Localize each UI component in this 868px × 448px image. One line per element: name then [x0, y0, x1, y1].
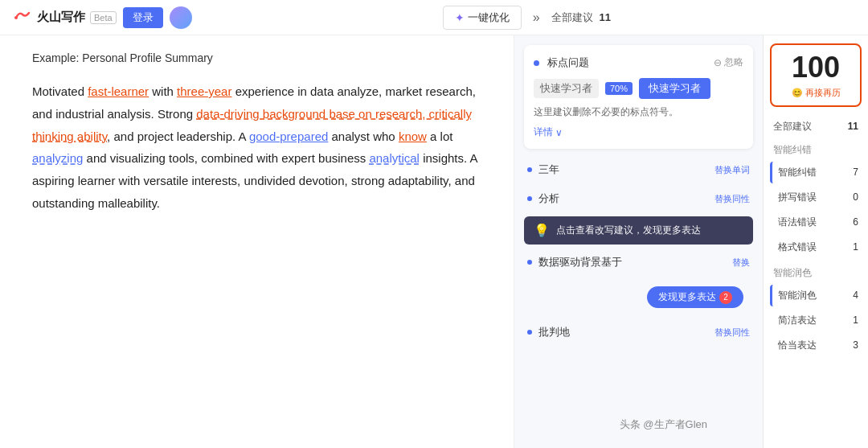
text-good-prepared: good-prepared — [249, 129, 328, 143]
card-type: 标点问题 — [547, 56, 589, 68]
text-analytical: analytical — [369, 151, 420, 165]
card-type-area: 标点问题 — [534, 55, 589, 70]
right-item-smart-polish[interactable]: 智能润色 4 — [770, 285, 862, 306]
optimize-button[interactable]: ✦ 一键优化 — [443, 6, 522, 30]
discover-label: 发现更多表达 — [658, 290, 716, 304]
more-button[interactable]: » — [528, 7, 545, 28]
item-text: 分析 — [538, 191, 708, 206]
right-item-label: 恰当表达 — [778, 339, 817, 352]
score-emoji-icon: 😊 — [792, 88, 803, 98]
right-item-concise[interactable]: 简洁表达 1 — [770, 310, 862, 331]
beta-badge: Beta — [90, 11, 117, 24]
right-item-grammar[interactable]: 语法错误 6 — [770, 212, 862, 233]
right-item-label: 格式错误 — [778, 240, 817, 254]
suggestion-desc: 这里建议删除不必要的标点符号。 — [534, 105, 743, 119]
all-suggestions-count: 11 — [848, 121, 858, 132]
score-sub-label: 再接再历 — [805, 87, 841, 99]
text-fast-learner: fast-learner — [88, 84, 149, 98]
topbar-center: ✦ 一键优化 » 全部建议 11 — [199, 6, 855, 30]
right-item-count: 3 — [853, 339, 858, 351]
score-panel: 100 😊 再接再历 全部建议 11 智能纠错 智能纠错 7 拼写错误 0 语法… — [764, 35, 868, 448]
item-text: 数据驱动背景基于 — [538, 255, 726, 269]
section-title-error: 智能纠错 — [770, 138, 862, 158]
avatar-button[interactable] — [170, 6, 192, 29]
logo-text: 火山写作 — [37, 10, 85, 25]
item-dot — [527, 196, 532, 201]
original-word: 快速学习者 — [534, 79, 599, 98]
section-title-polish: 智能润色 — [770, 261, 862, 282]
item-tag[interactable]: 替换同性 — [714, 193, 750, 205]
text-analyst: analyst who — [328, 129, 399, 143]
watermark: 头条 @生产者Glen — [620, 417, 707, 432]
card-header: 标点问题 ⊖ 忽略 — [534, 55, 743, 70]
text-and: , and project leadership. A — [107, 129, 249, 143]
discover-badge: 2 — [719, 291, 732, 304]
item-dot — [527, 167, 532, 172]
logo-icon — [13, 8, 32, 27]
ignore-label: 忽略 — [724, 55, 743, 69]
item-dot — [527, 260, 532, 265]
list-item[interactable]: 批判地 替换同性 — [514, 318, 763, 347]
doc-content[interactable]: Motivated fast-learner with three-year e… — [32, 80, 489, 215]
all-suggestions-label: 全部建议 — [773, 120, 812, 134]
tooltip-popup: 💡 点击查看改写建议，发现更多表达 — [524, 216, 753, 245]
optimize-label: 一键优化 — [468, 10, 510, 25]
right-item-format[interactable]: 格式错误 1 — [770, 236, 862, 258]
ignore-button[interactable]: ⊖ 忽略 — [714, 55, 743, 69]
suggestions-count: 11 — [600, 11, 611, 23]
right-item-appropriate[interactable]: 恰当表达 3 — [770, 335, 862, 356]
discover-button[interactable]: 发现更多表达 2 — [647, 286, 743, 308]
doc-title: Example: Personal Profile Summary — [32, 51, 489, 64]
right-item-count: 6 — [853, 216, 858, 228]
item-dot — [527, 330, 532, 335]
right-item-label: 简洁表达 — [778, 314, 817, 327]
right-item-count: 7 — [853, 166, 858, 178]
right-item-count: 1 — [853, 241, 858, 253]
item-text: 批判地 — [538, 325, 708, 339]
list-item[interactable]: 数据驱动背景基于 替换 — [514, 248, 763, 277]
suggested-word[interactable]: 快速学习者 — [639, 78, 710, 99]
list-item[interactable]: 三年 替换单词 — [514, 155, 763, 184]
right-item-label: 智能纠错 — [778, 166, 817, 179]
score-badge: 70% — [605, 82, 633, 95]
suggestion-list: 三年 替换单词 分析 替换同性 💡 点击查看改写建议，发现更多表达 数据驱动背景… — [514, 149, 763, 448]
right-item-smart-correct[interactable]: 智能纠错 7 — [770, 162, 862, 183]
suggestion-card: 标点问题 ⊖ 忽略 快速学习者 70% 快速学习者 这里建议删除不必要的标点符号… — [524, 45, 753, 149]
item-tag[interactable]: 替换单词 — [714, 164, 750, 176]
score-box: 100 😊 再接再历 — [770, 43, 862, 107]
logo-area: 火山写作 Beta — [13, 8, 117, 27]
detail-link[interactable]: 详情 ∨ — [534, 125, 743, 139]
right-item-spell[interactable]: 拼写错误 0 — [770, 187, 862, 208]
login-button[interactable]: 登录 — [123, 7, 163, 28]
card-dot — [534, 60, 539, 66]
svg-point-0 — [14, 16, 18, 19]
text-three-year: three-year — [177, 84, 231, 98]
lightbulb-icon: 💡 — [534, 223, 550, 238]
right-item-label: 智能润色 — [778, 289, 817, 302]
right-item-count: 1 — [853, 314, 858, 326]
word-row: 快速学习者 70% 快速学习者 — [534, 78, 743, 99]
tooltip-row: 💡 点击查看改写建议，发现更多表达 — [514, 216, 763, 245]
text-know: know — [399, 129, 427, 143]
right-item-label: 拼写错误 — [778, 191, 817, 204]
item-tag[interactable]: 替换 — [732, 257, 750, 269]
topbar: 火山写作 Beta 登录 ✦ 一键优化 » 全部建议 11 — [0, 0, 868, 35]
chevron-down-icon: ∨ — [555, 127, 563, 138]
text-and2: and visualizing tools, combined with exp… — [83, 151, 369, 165]
all-suggestions-header: 全部建议 11 — [770, 118, 862, 135]
right-item-count: 4 — [853, 290, 858, 301]
optimize-icon: ✦ — [455, 11, 465, 24]
score-number: 100 — [776, 51, 855, 84]
list-item[interactable]: 分析 替换同性 — [514, 184, 763, 213]
right-item-count: 0 — [853, 191, 858, 203]
score-sub: 😊 再接再历 — [776, 87, 855, 99]
item-text: 三年 — [538, 162, 708, 177]
suggestion-panel: 标点问题 ⊖ 忽略 快速学习者 70% 快速学习者 这里建议删除不必要的标点符号… — [514, 35, 764, 448]
text-with: with — [149, 84, 177, 98]
ignore-icon: ⊖ — [714, 57, 722, 68]
editor-panel: Example: Personal Profile Summary Motiva… — [0, 35, 514, 448]
detail-label: 详情 — [534, 125, 553, 139]
text-motivated: Motivated — [32, 84, 88, 98]
text-analyzing: analyzing — [32, 151, 83, 165]
item-tag[interactable]: 替换同性 — [714, 327, 750, 339]
